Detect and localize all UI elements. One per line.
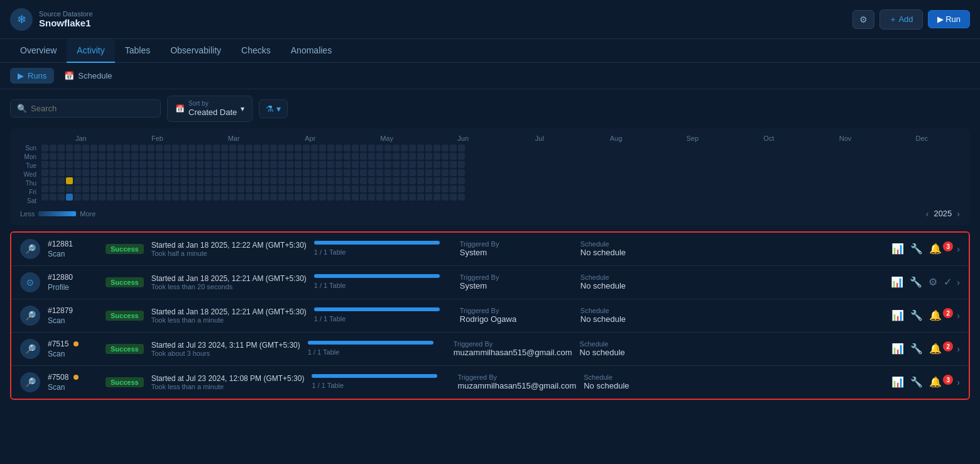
heatmap-cell[interactable] — [82, 153, 89, 160]
heatmap-cell[interactable] — [229, 177, 236, 184]
heatmap-cell[interactable] — [262, 169, 269, 176]
heatmap-cell[interactable] — [417, 169, 424, 176]
heatmap-cell[interactable] — [66, 177, 73, 184]
heatmap-cell[interactable] — [319, 169, 326, 176]
heatmap-cell[interactable] — [74, 194, 81, 201]
heatmap-cell[interactable] — [131, 194, 138, 201]
heatmap-cell[interactable] — [368, 194, 375, 201]
heatmap-cell[interactable] — [82, 185, 89, 192]
heatmap-cell[interactable] — [180, 194, 187, 201]
heatmap-cell[interactable] — [99, 185, 106, 192]
heatmap-cell[interactable] — [66, 145, 73, 152]
heatmap-cell[interactable] — [278, 169, 285, 176]
heatmap-cell[interactable] — [262, 194, 269, 201]
heatmap-cell[interactable] — [221, 177, 228, 184]
heatmap-cell[interactable] — [156, 161, 163, 168]
expand-chevron-icon[interactable]: › — [957, 277, 960, 287]
heatmap-cell[interactable] — [360, 145, 367, 152]
heatmap-cell[interactable] — [409, 153, 416, 160]
heatmap-cell[interactable] — [360, 161, 367, 168]
heatmap-cell[interactable] — [368, 145, 375, 152]
heatmap-cell[interactable] — [139, 185, 146, 192]
heatmap-cell[interactable] — [384, 169, 391, 176]
heatmap-cell[interactable] — [278, 194, 285, 201]
heatmap-cell[interactable] — [303, 153, 310, 160]
heatmap-cell[interactable] — [156, 169, 163, 176]
heatmap-cell[interactable] — [205, 185, 212, 192]
heatmap-cell[interactable] — [409, 194, 416, 201]
heatmap-cell[interactable] — [237, 169, 244, 176]
heatmap-cell[interactable] — [66, 185, 73, 192]
bar-chart-icon[interactable]: 📊 — [890, 275, 905, 289]
heatmap-cell[interactable] — [360, 169, 367, 176]
heatmap-cell[interactable] — [82, 169, 89, 176]
heatmap-cell[interactable] — [148, 153, 155, 160]
heatmap-cell[interactable] — [107, 161, 114, 168]
heatmap-cell[interactable] — [352, 161, 359, 168]
heatmap-cell[interactable] — [123, 185, 130, 192]
tab-anomalies[interactable]: Anomalies — [281, 39, 342, 63]
heatmap-cell[interactable] — [115, 194, 122, 201]
heatmap-cell[interactable] — [131, 161, 138, 168]
heatmap-cell[interactable] — [384, 153, 391, 160]
heatmap-cell[interactable] — [450, 185, 457, 192]
heatmap-cell[interactable] — [360, 185, 367, 192]
heatmap-cell[interactable] — [384, 185, 391, 192]
heatmap-cell[interactable] — [433, 177, 440, 184]
heatmap-cell[interactable] — [90, 161, 97, 168]
heatmap-cell[interactable] — [180, 177, 187, 184]
heatmap-cell[interactable] — [237, 177, 244, 184]
heatmap-cell[interactable] — [197, 145, 204, 152]
heatmap-cell[interactable] — [90, 169, 97, 176]
heatmap-cell[interactable] — [409, 169, 416, 176]
heatmap-cell[interactable] — [99, 169, 106, 176]
heatmap-cell[interactable] — [417, 161, 424, 168]
check-icon[interactable]: ✓ — [942, 275, 953, 289]
heatmap-cell[interactable] — [131, 153, 138, 160]
heatmap-cell[interactable] — [401, 145, 408, 152]
heatmap-cell[interactable] — [278, 145, 285, 152]
heatmap-cell[interactable] — [50, 185, 57, 192]
heatmap-cell[interactable] — [295, 145, 302, 152]
heatmap-cell[interactable] — [221, 169, 228, 176]
heatmap-cell[interactable] — [352, 185, 359, 192]
heatmap-cell[interactable] — [376, 153, 383, 160]
heatmap-cell[interactable] — [74, 153, 81, 160]
heatmap-cell[interactable] — [254, 161, 261, 168]
heatmap-cell[interactable] — [262, 177, 269, 184]
wrench-icon[interactable]: 🔧 — [909, 241, 924, 256]
heatmap-cell[interactable] — [131, 169, 138, 176]
heatmap-cell[interactable] — [90, 194, 97, 201]
tab-tables[interactable]: Tables — [115, 39, 160, 63]
heatmap-cell[interactable] — [107, 169, 114, 176]
heatmap-cell[interactable] — [376, 161, 383, 168]
heatmap-cell[interactable] — [327, 194, 334, 201]
heatmap-cell[interactable] — [335, 153, 342, 160]
heatmap-cell[interactable] — [229, 161, 236, 168]
heatmap-cell[interactable] — [295, 169, 302, 176]
heatmap-cell[interactable] — [139, 169, 146, 176]
heatmap-cell[interactable] — [393, 185, 400, 192]
heatmap-cell[interactable] — [401, 169, 408, 176]
bar-chart-icon[interactable]: 📊 — [890, 341, 905, 356]
heatmap-cell[interactable] — [401, 194, 408, 201]
heatmap-cell[interactable] — [409, 185, 416, 192]
heatmap-cell[interactable] — [327, 185, 334, 192]
heatmap-cell[interactable] — [286, 161, 293, 168]
subtab-schedule[interactable]: 📅 Schedule — [57, 68, 119, 84]
heatmap-cell[interactable] — [172, 161, 179, 168]
heatmap-cell[interactable] — [442, 169, 449, 176]
heatmap-cell[interactable] — [74, 145, 81, 152]
heatmap-cell[interactable] — [311, 194, 318, 201]
heatmap-cell[interactable] — [409, 145, 416, 152]
heatmap-cell[interactable] — [327, 161, 334, 168]
heatmap-cell[interactable] — [58, 161, 65, 168]
heatmap-cell[interactable] — [368, 185, 375, 192]
heatmap-cell[interactable] — [205, 145, 212, 152]
heatmap-cell[interactable] — [213, 177, 220, 184]
heatmap-cell[interactable] — [50, 153, 57, 160]
heatmap-cell[interactable] — [450, 169, 457, 176]
heatmap-cell[interactable] — [82, 194, 89, 201]
heatmap-cell[interactable] — [270, 161, 277, 168]
heatmap-cell[interactable] — [197, 153, 204, 160]
